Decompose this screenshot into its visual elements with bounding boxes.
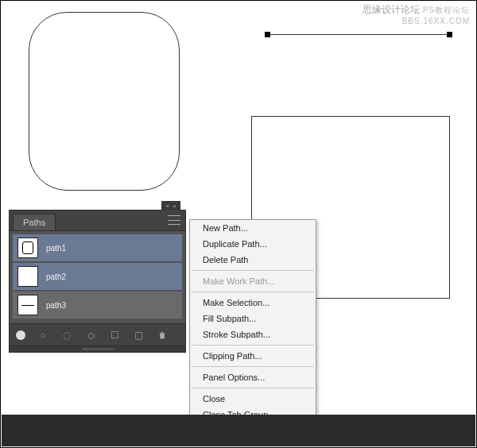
- path-name-2: path2: [46, 272, 66, 281]
- line-handle-right[interactable]: [447, 32, 452, 37]
- panel-collapse-bar[interactable]: « ×: [161, 201, 180, 210]
- path-name-3: path3: [46, 301, 66, 310]
- watermark: 思缘设计论坛 PS教程论坛 BBS.16XX.COM: [363, 4, 470, 27]
- panel-context-menu: New Path... Duplicate Path... Delete Pat…: [189, 219, 316, 423]
- panel-footer: ○ ◌ ◇ ☐ ▢: [10, 323, 185, 346]
- watermark-line2: PS教程论坛: [423, 6, 470, 14]
- menu-delete-path[interactable]: Delete Path: [190, 252, 316, 268]
- watermark-url: BBS.16XX.COM: [402, 17, 470, 25]
- path-item-2[interactable]: path2: [13, 263, 182, 290]
- footer-new-icon[interactable]: ☐: [108, 329, 121, 342]
- footer-stroke-icon[interactable]: ○: [37, 329, 49, 342]
- menu-new-path[interactable]: New Path...: [190, 220, 316, 236]
- paths-panel: « × Paths path1 path2 path3 ○ ◌ ◇ ☐ ▢: [9, 210, 186, 353]
- menu-separator: [192, 292, 314, 292]
- canvas-shape-line: [267, 34, 450, 35]
- footer-fill-icon[interactable]: [16, 330, 25, 340]
- paths-list: path1 path2 path3: [10, 231, 185, 323]
- tab-paths[interactable]: Paths: [13, 214, 56, 230]
- menu-duplicate-path[interactable]: Duplicate Path...: [190, 236, 316, 252]
- canvas-shape-rounded-rect: [29, 12, 180, 191]
- menu-close[interactable]: Close: [190, 391, 316, 407]
- path-item-3[interactable]: path3: [13, 292, 182, 319]
- menu-separator: [192, 366, 314, 367]
- footer-mask-icon[interactable]: ◇: [84, 329, 97, 342]
- tab-paths-label: Paths: [23, 218, 45, 227]
- footer-selection-icon[interactable]: ◌: [60, 329, 73, 342]
- path-name-1: path1: [46, 244, 66, 253]
- menu-panel-options[interactable]: Panel Options...: [190, 369, 316, 385]
- panel-close-icon[interactable]: ×: [173, 203, 176, 210]
- footer-trash-icon[interactable]: [156, 329, 169, 342]
- dark-band: [2, 415, 475, 446]
- menu-clipping-path[interactable]: Clipping Path...: [190, 348, 316, 364]
- panel-resize-grip[interactable]: [10, 346, 185, 352]
- menu-separator: [192, 270, 314, 271]
- panel-collapse-icon[interactable]: «: [165, 203, 169, 210]
- path-thumb-1: [17, 238, 38, 258]
- footer-empty-icon[interactable]: ▢: [132, 329, 145, 342]
- menu-fill-subpath[interactable]: Fill Subpath...: [190, 311, 316, 326]
- menu-make-work-path: Make Work Path...: [190, 273, 316, 289]
- menu-separator: [192, 388, 314, 388]
- menu-separator: [192, 345, 314, 346]
- panel-flyout-menu-icon[interactable]: [168, 215, 180, 225]
- menu-make-selection[interactable]: Make Selection...: [190, 295, 316, 311]
- path-item-1[interactable]: path1: [13, 234, 182, 261]
- menu-stroke-subpath[interactable]: Stroke Subpath...: [190, 326, 316, 342]
- line-handle-left[interactable]: [265, 32, 270, 37]
- path-thumb-3: [17, 295, 38, 315]
- watermark-line1: 思缘设计论坛: [363, 4, 420, 15]
- path-thumb-2: [17, 266, 38, 287]
- panel-tab-bar: Paths: [10, 210, 185, 231]
